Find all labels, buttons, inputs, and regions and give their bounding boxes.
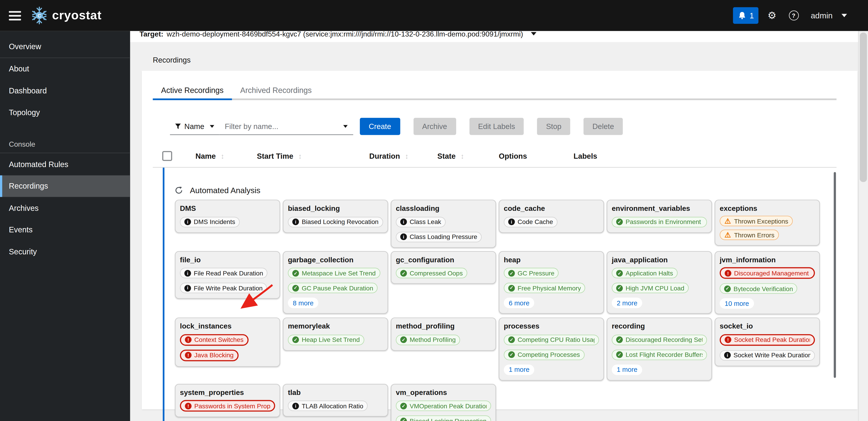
rule-badge-class-leak[interactable]: iClass Leak: [396, 217, 445, 227]
rule-badge-competing-processes[interactable]: ✓Competing Processes: [504, 349, 584, 360]
rule-badge-socket-write-peak-duration[interactable]: iSocket Write Peak Duration: [720, 350, 815, 360]
rule-badge-high-jvm-cpu-load[interactable]: ✓High JVM CPU Load: [612, 283, 688, 293]
column-header-start-time[interactable]: Start Time↕: [257, 152, 369, 160]
rule-badge-label: TLAB Allocation Ratio: [302, 402, 363, 409]
rule-badge-class-loading-pressure[interactable]: iClass Loading Pressure: [396, 231, 482, 242]
more-rules-link[interactable]: 2 more: [612, 298, 642, 308]
content-area: Target: wzh-demo-deployment-8469bdf554-k…: [130, 31, 859, 421]
success-icon: ✓: [400, 402, 407, 409]
sidebar-item-about[interactable]: About: [0, 58, 130, 79]
brand[interactable]: C cryostat: [31, 6, 102, 25]
user-caret-down-icon[interactable]: [841, 14, 847, 17]
rule-badge-socket-read-peak-duration[interactable]: !Socket Read Peak Duration: [720, 334, 815, 346]
analysis-title: Automated Analysis: [190, 186, 260, 195]
rule-badge-context-switches[interactable]: !Context Switches: [180, 334, 248, 346]
target-caret-down-icon[interactable]: [531, 32, 536, 36]
rule-badge-application-halts[interactable]: ✓Application Halts: [612, 268, 677, 279]
sidebar-item-recordings[interactable]: Recordings: [0, 175, 130, 197]
more-rules-link[interactable]: 1 more: [504, 364, 534, 375]
filter-funnel-icon: [175, 123, 181, 129]
rule-badge-gc-pressure[interactable]: ✓GC Pressure: [504, 268, 559, 279]
menu-icon[interactable]: [9, 11, 21, 20]
rule-badge-compressed-oops[interactable]: ✓Compressed Oops: [396, 268, 467, 279]
rule-badge-gc-pause-peak-duration[interactable]: ✓GC Pause Peak Duration: [288, 283, 378, 293]
rule-badge-file-read-peak-duration[interactable]: iFile Read Peak Duration: [180, 268, 268, 279]
info-icon: i: [400, 233, 407, 240]
page-scrollbar-thumb[interactable]: [860, 33, 867, 182]
rule-badge-label: Discouraged Management Ag...: [734, 270, 810, 277]
rule-badge-passwords-in-environment-va[interactable]: ✓Passwords in Environment Va...: [612, 217, 707, 227]
sort-arrows-icon[interactable]: ↕: [298, 152, 302, 160]
badge-row: !Context Switches: [180, 333, 275, 346]
rule-badge-thrown-errors[interactable]: ⚠Thrown Errors: [720, 230, 779, 240]
target-select-bar: Target: wzh-demo-deployment-8469bdf554-k…: [130, 31, 859, 42]
analysis-header: Automated Analysis: [175, 186, 836, 195]
target-value: wzh-demo-deployment-8469bdf554-kgvc7 (se…: [167, 31, 523, 38]
rule-badge-metaspace-live-set-trend[interactable]: ✓Metaspace Live Set Trend: [288, 268, 380, 279]
column-label: Name: [195, 152, 216, 160]
warning-icon: ⚠: [724, 231, 732, 238]
rule-badge-file-write-peak-duration[interactable]: iFile Write Peak Duration: [180, 283, 267, 293]
badge-row: ⚠Thrown Errors: [720, 230, 815, 240]
rule-badge-method-profiling[interactable]: ✓Method Profiling: [396, 335, 460, 345]
analysis-scrollbar-thumb[interactable]: [834, 172, 836, 378]
danger-icon: !: [185, 352, 191, 358]
refresh-icon[interactable]: [175, 186, 183, 194]
rule-badge-discouraged-management-ag[interactable]: !Discouraged Management Ag...: [720, 267, 815, 279]
rule-badge-biased-locking-revocation-p[interactable]: ✓Biased Locking Revocation P...: [396, 416, 491, 421]
rule-badge-tlab-allocation-ratio[interactable]: iTLAB Allocation Ratio: [288, 400, 368, 411]
sidebar-item-security[interactable]: Security: [0, 240, 130, 262]
rule-badge-vmoperation-peak-duration[interactable]: ✓VMOperation Peak Duration: [396, 400, 491, 411]
more-rules-link[interactable]: 6 more: [504, 298, 534, 308]
sidebar-item-overview[interactable]: Overview: [0, 35, 130, 57]
rule-badge-free-physical-memory[interactable]: ✓Free Physical Memory: [504, 283, 586, 293]
column-header-duration[interactable]: Duration↕: [369, 152, 437, 160]
question-circle-icon[interactable]: ?: [788, 10, 799, 21]
more-rules-link[interactable]: 10 more: [720, 298, 754, 309]
masthead: C cryostat 1 ⚙ ? admin: [0, 0, 868, 31]
rule-badge-biased-locking-revocation[interactable]: iBiased Locking Revocation: [288, 217, 383, 227]
sidebar-item-dashboard[interactable]: Dashboard: [0, 79, 130, 101]
notifications-button[interactable]: 1: [733, 7, 758, 24]
sort-arrows-icon[interactable]: ↕: [221, 152, 224, 160]
sidebar-item-events[interactable]: Events: [0, 219, 130, 240]
create-button[interactable]: Create: [360, 118, 400, 135]
tab-active-recordings[interactable]: Active Recordings: [153, 82, 232, 100]
sidebar-item-archives[interactable]: Archives: [0, 197, 130, 219]
sort-arrows-icon[interactable]: ↕: [461, 152, 464, 160]
filter-category-select[interactable]: Name: [170, 118, 219, 135]
rule-badge-competing-cpu-ratio-usage[interactable]: ✓Competing CPU Ratio Usage: [504, 335, 599, 345]
target-select[interactable]: Target: wzh-demo-deployment-8469bdf554-k…: [130, 31, 859, 42]
sidebar-item-topology[interactable]: Topology: [0, 102, 130, 123]
tab-archived-recordings[interactable]: Archived Recordings: [232, 82, 320, 99]
user-menu[interactable]: admin: [811, 11, 833, 20]
rule-badge-lost-flight-recorder-buffers[interactable]: ✓Lost Flight Recorder Buffers: [612, 349, 707, 360]
sidebar-item-automated-rules[interactable]: Automated Rules: [0, 153, 130, 175]
analysis-card-biased-locking: biased_lockingiBiased Locking Revocation: [283, 200, 388, 233]
page-scrollbar[interactable]: [858, 31, 868, 421]
rule-badge-java-blocking[interactable]: !Java Blocking: [180, 349, 239, 361]
more-rules-link[interactable]: 1 more: [612, 364, 642, 375]
rule-badge-bytecode-verification[interactable]: ✓Bytecode Verification: [720, 283, 798, 294]
danger-icon: !: [724, 336, 731, 343]
rule-badge-label: Bytecode Verification: [734, 285, 793, 292]
nav-group: Overview: [0, 35, 130, 57]
analysis-card-heap: heap✓GC Pressure✓Free Physical Memory6 m…: [499, 251, 604, 314]
rule-badge-heap-live-set-trend[interactable]: ✓Heap Live Set Trend: [288, 335, 364, 345]
sort-arrows-icon[interactable]: ↕: [405, 152, 409, 160]
rule-badge-dms-incidents[interactable]: iDMS Incidents: [180, 217, 240, 227]
rule-badge-thrown-exceptions[interactable]: ⚠Thrown Exceptions: [720, 216, 793, 226]
filter-by-name-input[interactable]: Filter by name...: [219, 118, 353, 135]
column-header-state[interactable]: State↕: [437, 152, 499, 160]
rule-badge-label: GC Pause Peak Duration: [302, 285, 373, 291]
analysis-card-title: biased_locking: [288, 204, 383, 213]
more-rules-link[interactable]: 8 more: [288, 298, 318, 308]
gear-icon[interactable]: ⚙: [768, 10, 776, 21]
select-all-checkbox[interactable]: [162, 151, 172, 161]
column-header-name[interactable]: Name↕: [195, 152, 257, 160]
rule-badge-discouraged-recording-setti[interactable]: ✓Discouraged Recording Setti...: [612, 335, 707, 345]
badge-row: !Socket Read Peak Duration: [720, 333, 815, 346]
rule-badge-code-cache[interactable]: iCode Cache: [504, 217, 558, 227]
rule-badge-passwords-in-system-properti[interactable]: !Passwords in System Properti...: [180, 400, 275, 412]
stop-button: Stop: [537, 118, 570, 135]
